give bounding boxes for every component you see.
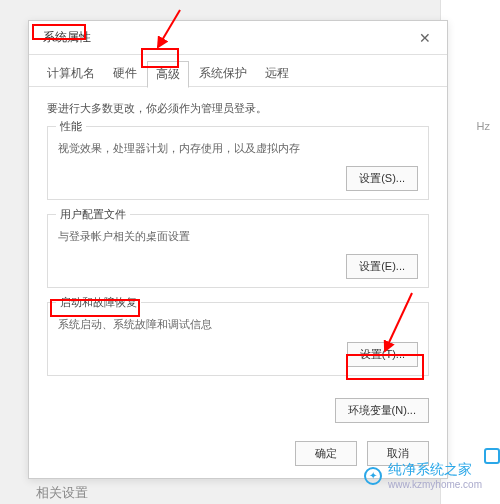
tab-protection[interactable]: 系统保护 [191, 61, 255, 87]
group-user-profile-label: 用户配置文件 [56, 207, 130, 222]
group-performance-label: 性能 [56, 119, 86, 134]
close-icon[interactable]: ✕ [413, 28, 437, 48]
tab-computer-name[interactable]: 计算机名 [39, 61, 103, 87]
group-user-profile-desc: 与登录帐户相关的桌面设置 [58, 229, 418, 244]
watermark-url: www.kzmyhome.com [388, 479, 482, 490]
group-performance-desc: 视觉效果，处理器计划，内存使用，以及虚拟内存 [58, 141, 418, 156]
system-properties-dialog: 系统属性 ✕ 计算机名 硬件 高级 系统保护 远程 要进行大多数更改，你必须作为… [28, 20, 448, 479]
watermark-brand: 纯净系统之家 [388, 461, 472, 477]
backdrop-hz-label: Hz [477, 120, 490, 132]
admin-notice: 要进行大多数更改，你必须作为管理员登录。 [47, 101, 429, 116]
watermark: ✦ 纯净系统之家 www.kzmyhome.com [364, 461, 482, 490]
ok-button[interactable]: 确定 [295, 441, 357, 466]
env-vars-button[interactable]: 环境变量(N)... [335, 398, 429, 423]
group-performance: 性能 视觉效果，处理器计划，内存使用，以及虚拟内存 设置(S)... [47, 126, 429, 200]
tab-advanced[interactable]: 高级 [147, 61, 189, 88]
group-startup-recovery-desc: 系统启动、系统故障和调试信息 [58, 317, 418, 332]
watermark-logo-icon: ✦ [364, 467, 382, 485]
group-startup-recovery-label: 启动和故障恢复 [56, 295, 141, 310]
titlebar: 系统属性 ✕ [29, 21, 447, 55]
backdrop-related-settings: 相关设置 [36, 484, 88, 502]
settings-t-button[interactable]: 设置(T)... [347, 342, 418, 367]
tab-hardware[interactable]: 硬件 [105, 61, 145, 87]
settings-e-button[interactable]: 设置(E)... [346, 254, 418, 279]
group-startup-recovery: 启动和故障恢复 系统启动、系统故障和调试信息 设置(T)... [47, 302, 429, 376]
group-user-profile: 用户配置文件 与登录帐户相关的桌面设置 设置(E)... [47, 214, 429, 288]
crop-handle-icon [484, 448, 500, 464]
tab-remote[interactable]: 远程 [257, 61, 297, 87]
tab-content: 要进行大多数更改，你必须作为管理员登录。 性能 视觉效果，处理器计划，内存使用，… [29, 86, 447, 398]
settings-s-button[interactable]: 设置(S)... [346, 166, 418, 191]
tab-strip: 计算机名 硬件 高级 系统保护 远程 [29, 55, 447, 87]
dialog-title: 系统属性 [39, 27, 95, 48]
